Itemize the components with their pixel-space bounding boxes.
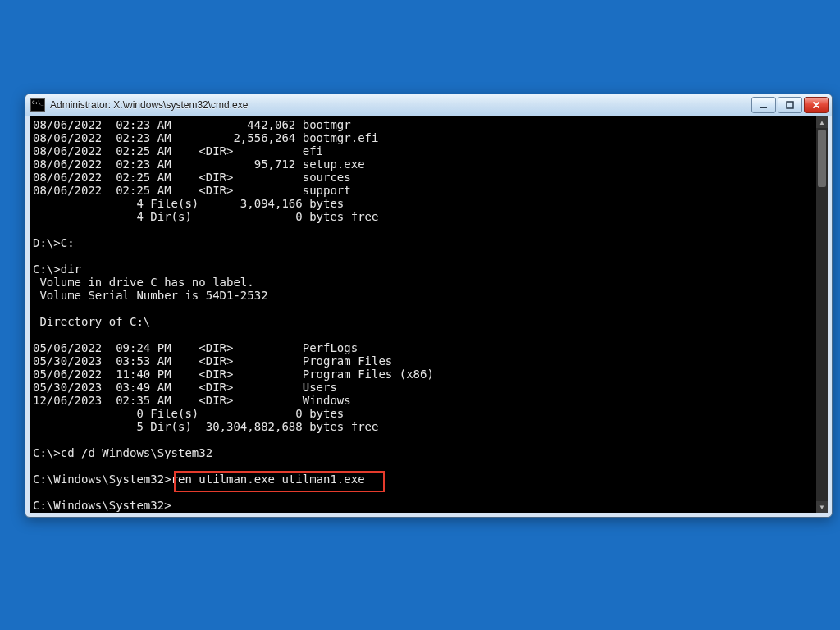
titlebar[interactable]: Administrator: X:\windows\system32\cmd.e… (25, 94, 832, 116)
cmd-window: Administrator: X:\windows\system32\cmd.e… (25, 94, 833, 518)
maximize-button[interactable] (778, 97, 802, 113)
window-title: Administrator: X:\windows\system32\cmd.e… (50, 99, 751, 111)
console-client-area: 08/06/2022 02:23 AM 442,062 bootmgr 08/0… (30, 116, 828, 513)
svg-rect-0 (760, 107, 767, 108)
cmd-icon (30, 98, 45, 112)
scroll-down-arrow-icon[interactable]: ▼ (816, 501, 828, 513)
scroll-thumb[interactable] (818, 130, 826, 187)
close-button[interactable] (804, 97, 829, 113)
console-output[interactable]: 08/06/2022 02:23 AM 442,062 bootmgr 08/0… (30, 116, 816, 513)
svg-rect-1 (787, 102, 793, 108)
vertical-scrollbar[interactable]: ▲ ▼ (816, 116, 828, 513)
minimize-button[interactable] (751, 97, 776, 113)
scroll-up-arrow-icon[interactable]: ▲ (816, 116, 828, 128)
window-controls (751, 97, 829, 113)
